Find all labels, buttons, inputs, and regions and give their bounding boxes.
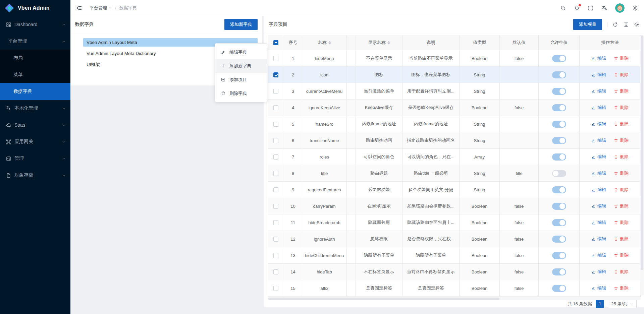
sidebar-item-management[interactable]: 管理 [0,150,70,167]
table-row[interactable]: 10carryParam在tab页显示如果该路由会携带参数...Booleanf… [268,198,640,214]
edit-button[interactable]: 编辑 [591,252,606,258]
table-settings-icon[interactable] [634,22,640,27]
allow-empty-toggle[interactable] [552,236,566,243]
add-dictionary-button[interactable]: 添加新字典 [224,19,258,30]
horizontal-scrollbar[interactable] [268,297,641,300]
row-checkbox[interactable] [273,253,278,258]
context-menu-item[interactable]: 删除字典 [215,86,267,100]
sidebar-item-menu[interactable]: 菜单 [0,66,70,83]
delete-button[interactable]: 删除 [614,137,629,143]
delete-button[interactable]: 删除 [614,170,629,176]
row-checkbox[interactable] [273,72,278,77]
table-row[interactable]: 13hideChildrenInMenu隐藏所有子菜单隐藏所有子菜单Boolea… [268,247,640,264]
edit-button[interactable]: 编辑 [591,285,606,291]
table-row[interactable]: 1hideMenu不在菜单显示当前路由不再菜单显示Booleanfalse编辑删… [268,50,640,67]
page-1-button[interactable]: 1 [596,300,604,308]
context-menu-item[interactable]: 添加新字典 [215,59,267,73]
delete-button[interactable]: 删除 [614,187,629,193]
edit-button[interactable]: 编辑 [591,72,606,78]
sidebar-item-platform[interactable]: 平台管理 [0,33,70,50]
table-row[interactable]: 2icon图标图标，也是菜单图标String编辑删除 [268,67,640,83]
row-checkbox[interactable] [273,269,278,274]
sidebar-item-object-storage[interactable]: 对象存储 [0,167,70,184]
sidebar-item-localization[interactable]: 本地化管理 [0,100,70,117]
search-icon[interactable] [560,5,566,11]
table-row[interactable]: 7roles可以访问的角色可以访问的角色，只在...Array编辑删除 [268,149,640,165]
delete-button[interactable]: 删除 [614,236,629,242]
edit-button[interactable]: 编辑 [591,121,606,127]
allow-empty-toggle[interactable] [552,104,566,111]
fullscreen-icon[interactable] [588,5,594,11]
edit-button[interactable]: 编辑 [591,105,606,111]
table-row[interactable]: 11hideBreadcrumb隐藏面包屑隐藏该路由在面包屑上...Boolea… [268,214,640,231]
row-checkbox[interactable] [273,56,278,61]
row-checkbox[interactable] [273,138,278,143]
context-menu-item[interactable]: 添加项目 [215,73,267,86]
allow-empty-toggle[interactable] [552,252,566,259]
table-row[interactable]: 15affix是否固定标签是否固定标签Booleanfalse编辑删除 [268,280,640,297]
delete-button[interactable]: 删除 [614,88,629,94]
edit-button[interactable]: 编辑 [591,170,606,176]
row-checkbox[interactable] [273,187,278,192]
table-row[interactable]: 5frameSrc内嵌iframe的地址内嵌iframe的地址String编辑删… [268,116,640,132]
add-item-button[interactable]: 添加项目 [573,19,602,30]
vertical-scrollbar[interactable] [640,35,644,296]
row-checkbox[interactable] [273,154,278,160]
allow-empty-toggle[interactable] [552,153,566,161]
edit-button[interactable]: 编辑 [591,269,606,275]
notifications-icon[interactable] [574,5,580,11]
delete-button[interactable]: 删除 [614,252,629,258]
delete-button[interactable]: 删除 [614,285,629,291]
avatar[interactable] [615,3,625,13]
settings-icon[interactable] [632,5,638,11]
edit-button[interactable]: 编辑 [591,88,606,94]
allow-empty-toggle[interactable] [552,55,566,62]
row-checkbox[interactable] [273,220,278,225]
allow-empty-toggle[interactable] [552,186,566,193]
edit-button[interactable]: 编辑 [591,236,606,242]
edit-button[interactable]: 编辑 [591,203,606,209]
delete-button[interactable]: 删除 [614,55,629,61]
allow-empty-toggle[interactable] [552,170,566,177]
edit-button[interactable]: 编辑 [591,137,606,143]
breadcrumb-item-platform[interactable]: 平台管理 [90,5,112,11]
allow-empty-toggle[interactable] [552,88,566,95]
column-header-display-name[interactable]: 显示名称 [356,35,402,50]
column-header-name[interactable]: 名称 [302,35,347,50]
row-height-icon[interactable] [623,22,629,27]
row-checkbox[interactable] [273,237,278,242]
sidebar-item-data-dictionary[interactable]: 数据字典 [0,83,70,100]
edit-button[interactable]: 编辑 [591,187,606,193]
delete-button[interactable]: 删除 [614,154,629,160]
allow-empty-toggle[interactable] [552,268,566,275]
delete-button[interactable]: 删除 [614,203,629,209]
delete-button[interactable]: 删除 [614,269,629,275]
context-menu-item[interactable]: 编辑字典 [215,45,267,59]
edit-button[interactable]: 编辑 [591,219,606,226]
allow-empty-toggle[interactable] [552,219,566,226]
row-checkbox[interactable] [273,286,278,291]
sidebar-item-layout[interactable]: 布局 [0,50,70,66]
allow-empty-toggle[interactable] [552,137,566,144]
table-row[interactable]: 8title路由标题路由title 一般必填Stringtitle编辑删除 [268,165,640,182]
table-row[interactable]: 14hideTab不在标签页显示当前路由不再标签页显示Booleanfalse编… [268,264,640,280]
allow-empty-toggle[interactable] [552,71,566,78]
edit-button[interactable]: 编辑 [591,154,606,160]
translate-icon[interactable] [601,5,607,11]
sort-carets[interactable] [387,41,390,45]
sort-carets[interactable] [328,41,331,45]
allow-empty-toggle[interactable] [552,203,566,210]
row-checkbox[interactable] [273,204,278,209]
row-checkbox[interactable] [273,105,278,110]
select-all-checkbox[interactable] [273,40,278,45]
row-checkbox[interactable] [273,89,278,94]
allow-empty-toggle[interactable] [552,121,566,128]
delete-button[interactable]: 删除 [614,72,629,78]
table-row[interactable]: 4ignoreKeepAliveKeepAlive缓存是否忽略KeepAlive… [268,100,640,116]
refresh-icon[interactable] [612,22,618,27]
delete-button[interactable]: 删除 [614,105,629,111]
table-row[interactable]: 9requiredFeatures必要的功能多个功能间用英文,分隔String编… [268,182,640,198]
delete-button[interactable]: 删除 [614,219,629,226]
app-logo[interactable]: Vben Admin [0,0,70,16]
table-row[interactable]: 3currentActiveMenu当前激活的菜单用于配置详情页时左侧...St… [268,83,640,100]
